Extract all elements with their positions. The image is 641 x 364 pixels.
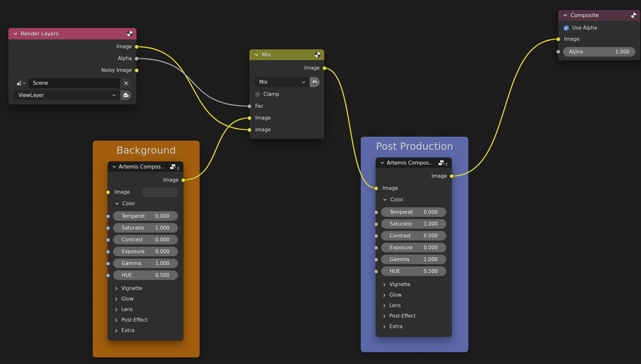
slider-hue[interactable]: HUE0.500 [113,270,178,280]
slider-saturation[interactable]: Saturatio1.000 [381,219,446,229]
scene-unlink-button[interactable] [120,78,132,88]
color-section-header[interactable]: Color [376,194,452,205]
socket-exposure-input[interactable] [106,250,110,254]
close-icon [124,81,128,85]
socket-image-output[interactable] [181,178,185,182]
socket-contrast-input[interactable] [374,234,378,238]
slider-contrast[interactable]: Contrast0.000 [113,235,178,244]
socket-temperature-input[interactable] [106,214,110,218]
output-label-image: Image [304,65,320,71]
node-render-layers[interactable]: Render Layers Image Alpha Noisy Image Sc… [8,28,136,104]
slider-exposure[interactable]: Exposure0.000 [113,247,178,256]
socket-temperature-input[interactable] [374,210,378,215]
viewlayer-dropdown[interactable]: ViewLayer [13,90,120,100]
socket-saturation-input[interactable] [106,226,110,230]
socket-hue-input[interactable] [106,273,110,278]
socket-saturation-input[interactable] [374,222,378,226]
socket-image-input[interactable] [556,37,560,41]
chevron-right-icon [383,325,386,329]
input-label-image-2: Image [255,127,271,133]
input-label-fac: Fac [255,103,263,109]
slider-gamma[interactable]: Gamma1.000 [381,255,446,264]
socket-hue-input[interactable] [374,269,378,274]
section-extra[interactable]: Extra [376,321,452,332]
socket-fac-input[interactable] [247,104,252,108]
slider-saturation[interactable]: Saturatio1.000 [113,223,178,233]
node-link-wire[interactable] [136,47,249,130]
socket-image-output[interactable] [322,66,327,70]
render-layers-header[interactable]: Render Layers [8,28,136,39]
use-alpha-checkbox[interactable] [563,25,569,31]
color-section-header[interactable]: Color [108,198,183,209]
node-artemis-post-production[interactable]: Artemis Compos.. 2 Image Image Color Tem… [376,158,452,336]
chevron-right-icon [383,283,386,286]
collapse-chevron-down-icon[interactable] [255,54,259,56]
socket-image-input-1[interactable] [247,116,252,120]
chevron-right-icon [383,293,386,297]
node-link-wire[interactable] [136,58,249,106]
preview-ball-icon[interactable] [127,31,133,36]
section-extra[interactable]: Extra [108,325,183,336]
image-value-field[interactable] [142,188,178,197]
socket-noisy-image-output[interactable] [135,68,139,73]
socket-image-input-2[interactable] [247,128,252,132]
socket-image-input[interactable] [106,190,110,194]
check-icon [564,27,568,30]
socket-alpha-input[interactable] [556,50,560,54]
node-group-users-icon [169,164,176,170]
slider-gamma[interactable]: Gamma1.000 [113,259,178,268]
use-alpha-label: Use Alpha [572,25,597,31]
composite-header[interactable]: Composite [558,10,640,21]
node-artemis-background[interactable]: Artemis Compos.. 2 Image Image Color Tem… [108,162,183,340]
collapse-chevron-down-icon[interactable] [112,166,116,168]
preview-ball-icon[interactable] [315,52,320,57]
node-title: Composite [571,12,599,18]
node-composite[interactable]: Composite Use Alpha Image Alpha 1.000 [558,10,640,60]
blend-mode-dropdown[interactable]: Mix [254,77,309,87]
socket-exposure-input[interactable] [374,246,378,250]
section-lens[interactable]: Lens [376,300,452,311]
socket-image-input[interactable] [374,186,378,191]
slider-temperature[interactable]: Temperat0.000 [113,211,178,221]
use-alpha-row: Use Alpha [558,23,640,33]
image-type-button[interactable] [310,77,320,87]
image-icon [312,80,318,85]
mix-header[interactable]: Mix [249,49,324,60]
socket-image-output[interactable] [450,174,454,178]
scene-browse-button[interactable] [13,78,28,88]
collapse-chevron-down-icon[interactable] [563,14,567,17]
output-label-image: Image [431,173,447,179]
artemis-pp-header[interactable]: Artemis Compos.. 2 [376,158,452,168]
section-lens[interactable]: Lens [108,304,183,315]
collapse-chevron-down-icon[interactable] [13,33,17,35]
scene-name-field[interactable]: Scene [29,78,120,88]
chevron-right-icon [115,287,118,290]
render-single-layer-button[interactable] [120,90,132,100]
section-vignette[interactable]: Vignette [108,283,183,294]
slider-exposure[interactable]: Exposure0.000 [381,243,446,252]
input-label-image-1: Image [255,115,271,121]
slider-temperature[interactable]: Temperat0.000 [381,207,446,217]
section-post-effect[interactable]: Post-Effect [108,315,183,325]
alpha-slider[interactable]: Alpha 1.000 [563,47,635,57]
section-glow[interactable]: Glow [108,294,183,304]
node-editor-canvas[interactable]: Background Post Production Render Layers… [0,0,641,364]
section-post-effect[interactable]: Post-Effect [376,311,452,321]
slider-hue[interactable]: HUE0.500 [381,266,446,276]
output-label-image: Image [163,177,179,183]
slider-contrast[interactable]: Contrast0.000 [381,231,446,240]
node-mix[interactable]: Mix Image Mix [249,49,324,139]
preview-ball-icon[interactable] [631,12,636,18]
socket-alpha-output[interactable] [135,57,139,61]
collapse-chevron-down-icon[interactable] [381,162,384,164]
socket-gamma-input[interactable] [374,258,378,262]
section-vignette[interactable]: Vignette [376,279,452,290]
socket-contrast-input[interactable] [106,238,110,242]
render-icon [123,93,129,98]
artemis-bg-header[interactable]: Artemis Compos.. 2 [108,162,183,172]
group-user-count: 2 [445,162,448,167]
section-glow[interactable]: Glow [376,290,452,300]
socket-gamma-input[interactable] [106,262,110,266]
socket-image-output[interactable] [135,45,139,49]
clamp-checkbox[interactable] [255,92,260,97]
